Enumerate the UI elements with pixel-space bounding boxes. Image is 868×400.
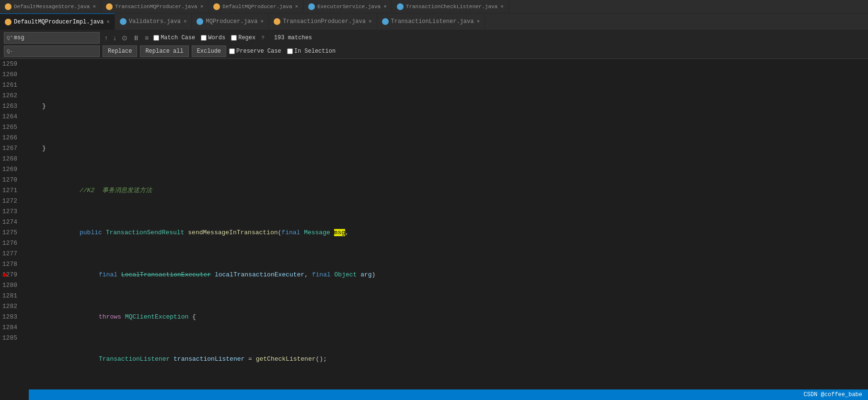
status-right: CSDN @coffee_babe [804,391,862,398]
line-number-1282: 1282 [0,301,23,312]
tab-icon-orange [106,3,113,10]
tab-label: TransactionMQProducer.java [115,4,197,10]
match-case-checkbox[interactable] [153,35,159,41]
tab-close-icon[interactable]: × [261,19,264,24]
tab-transaction-check-listener[interactable]: TransactionCheckListener.java × [392,0,509,13]
line-number-1283: 1283 [0,312,23,322]
code-text: } [42,101,46,112]
matches-count: 193 matches [274,34,312,41]
tab-validators[interactable]: Validators.java × [115,13,192,30]
tab-close-icon[interactable]: × [369,19,372,24]
tab-close-icon[interactable]: × [106,19,110,25]
search-input[interactable] [4,32,100,44]
code-editor: 1259 1260 1261 1262 1263 1264 1265 1266 … [0,59,868,400]
line-number-1274: 1274 [0,217,23,228]
replace-all-button[interactable]: Replace all [140,46,188,57]
line-number-1263: 1263 [0,101,23,112]
tab-icon-orange [5,19,12,25]
regex-label: Regex [238,34,255,41]
pause-button[interactable]: ⏸ [131,33,141,43]
find-prev-button[interactable]: ↑ [103,33,110,43]
code-content: } } //K2 事务消息发送方法 public TransactionSend… [29,59,868,400]
tab-mq-producer[interactable]: MQProducer.java × [192,13,269,30]
line-number-1272: 1272 [0,196,23,206]
line-numbers: 1259 1260 1261 1262 1263 1264 1265 1266 … [0,59,29,400]
find-next-button[interactable]: ↓ [111,33,118,43]
line-number-1269: 1269 [0,164,23,175]
line-number-1265: 1265 [0,122,23,133]
line-number-1262: 1262 [0,91,23,101]
search-icon: Q* [7,35,13,41]
line-number-1268: 1268 [0,154,23,164]
code-line-1263: final LocalTransactionExecuter localTran… [29,270,868,280]
line-number-1285: 1285 [0,333,23,343]
tab-label: TransactionListener.java [391,18,474,25]
replace-options: Preserve Case In Selection [229,48,336,55]
tab-transaction-producer[interactable]: TransactionProducer.java × [269,13,377,30]
in-selection-option[interactable]: In Selection [287,48,336,55]
words-option[interactable]: Words [201,34,225,41]
tab-icon-orange [274,18,280,25]
code-line-1264: throws MQClientException { [29,312,868,322]
tab-icon-orange [213,3,220,10]
code-line-1265: TransactionListener transactionListener … [29,354,868,365]
regex-checkbox[interactable] [231,35,237,41]
tab-close-icon[interactable]: × [500,4,504,10]
preserve-case-option[interactable]: Preserve Case [229,48,281,55]
line-number-1271: 1271 [0,185,23,196]
match-case-option[interactable]: Match Case [153,34,195,41]
replace-row: Q- Replace Replace all Exclude Preserve … [4,46,336,57]
line-number-1278: 1278 [0,259,23,270]
line-number-1277: 1277 [0,249,23,259]
code-area: 1259 1260 1261 1262 1263 1264 1265 1266 … [0,59,868,400]
search-row1: Q* ↑ ↓ ⊙ ⏸ ≡ Match Case Words Regex ? [4,32,864,44]
tab-icon-info [197,18,203,25]
line-number-1275: 1275 [0,228,23,238]
match-case-label: Match Case [161,34,195,41]
tab-close-icon[interactable]: × [93,4,96,10]
find-all-button[interactable]: ⊙ [120,33,129,43]
tab-label: MQProducer.java [206,18,257,25]
tab-executor-service[interactable]: ExecutorService.java × [303,0,392,13]
code-line-1261: //K2 事务消息发送方法 [29,185,868,196]
words-checkbox[interactable] [201,35,207,41]
tab-default-mq-producer-impl[interactable]: DefaultMQProducerImpl.java × [0,13,115,30]
search-input-wrap: Q* [4,32,100,44]
line-number-1259: 1259 [0,59,23,69]
line-number-1276: 1276 [0,238,23,249]
exclude-button[interactable]: Exclude [192,46,226,57]
preserve-case-label: Preserve Case [236,48,281,55]
tab-close-icon[interactable]: × [295,4,299,10]
tab-close-icon[interactable]: × [184,19,187,24]
tab-label: ExecutorService.java [317,4,381,10]
preserve-case-checkbox[interactable] [229,48,235,54]
tab-transaction-listener[interactable]: TransactionListener.java × [377,13,485,30]
search-bar: Q* ↑ ↓ ⊙ ⏸ ≡ Match Case Words Regex ? [0,30,868,59]
help-icon[interactable]: ? [261,35,265,41]
in-selection-label: In Selection [294,48,336,55]
tab-icon-info [308,3,315,10]
tab-close-icon[interactable]: × [200,4,204,10]
tab-transaction-mq-producer[interactable]: TransactionMQProducer.java × [101,0,208,13]
in-selection-checkbox[interactable] [287,48,293,54]
regex-option[interactable]: Regex [231,34,255,41]
tab-close-icon[interactable]: × [476,19,480,24]
tab-default-mq-producer[interactable]: DefaultMQProducer.java × [208,0,303,13]
line-number-1267: 1267 [0,143,23,154]
line-number-1260: 1260 [0,69,23,80]
tab-label: DefaultMessageStore.java [14,4,90,10]
tab-default-mq-store[interactable]: DefaultMessageStore.java × [0,0,101,13]
line-number-1280: 1280 [0,280,23,291]
tab-close-icon[interactable]: × [383,4,387,10]
tab-bar-row1: DefaultMessageStore.java × TransactionMQ… [0,0,868,13]
replace-input[interactable] [4,46,100,57]
line-number-1266: 1266 [0,133,23,143]
code-text: //K2 事务消息发送方法 [42,175,152,206]
replace-button[interactable]: Replace [103,46,137,57]
line-number-1281: 1281 [0,291,23,301]
line-number-1279: 1279 [0,270,23,280]
code-line-1260: } [29,143,868,154]
search-options: Match Case Words Regex ? 193 matches [153,34,312,41]
filter-button[interactable]: ≡ [143,33,150,43]
code-line-1259: } [29,101,868,112]
